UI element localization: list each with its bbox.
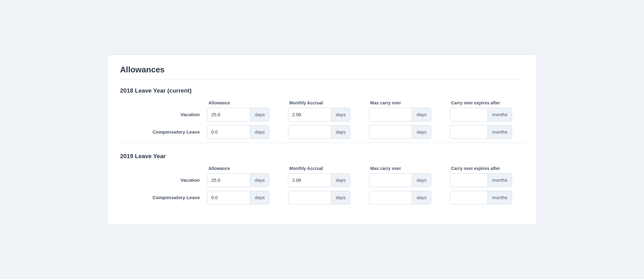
section-2018: 2018 Leave Year (current)AllowanceMonthl… xyxy=(120,87,524,143)
allowance-input-2019-1[interactable] xyxy=(208,192,250,203)
col-header-3: Max carry over xyxy=(369,166,450,171)
allowance-unit-2018-1: days xyxy=(250,126,269,139)
col-header-2: Monthly Accrual xyxy=(288,100,369,105)
section-title-2018: 2018 Leave Year (current) xyxy=(120,87,524,94)
allowances-card: Allowances 2018 Leave Year (current)Allo… xyxy=(107,55,537,225)
accrual-input-2018-1[interactable] xyxy=(288,127,331,137)
field-group-accrual-input-2019-0: days xyxy=(288,173,350,187)
expires-unit-2019-0: months xyxy=(488,174,512,187)
field-group-allowance-input-2019-0: days xyxy=(207,173,269,187)
allowance-cell-2018-0: days xyxy=(207,108,288,121)
field-group-accrual-input-2018-0: days xyxy=(288,108,350,121)
row-label-2019-0: Vacation xyxy=(120,177,207,183)
expires-unit-2019-1: months xyxy=(488,191,512,204)
accrual-input-2019-1[interactable] xyxy=(288,192,331,203)
allowance-unit-2019-0: days xyxy=(250,174,269,187)
expires-cell-2019-1: months xyxy=(450,191,531,204)
field-group-expires-input-2018-0: months xyxy=(450,108,512,121)
col-header-0 xyxy=(120,166,207,171)
expires-input-2019-1[interactable] xyxy=(450,192,488,203)
expires-cell-2019-0: months xyxy=(450,173,531,187)
max-carry-cell-2018-1: days xyxy=(369,125,450,139)
field-group-max-carry-input-2019-1: days xyxy=(369,191,431,204)
allowance-unit-2018-0: days xyxy=(250,108,269,121)
allowance-cell-2018-1: days xyxy=(207,125,288,139)
col-header-2: Monthly Accrual xyxy=(288,166,369,171)
field-group-allowance-input-2018-0: days xyxy=(207,108,269,121)
expires-cell-2018-1: months xyxy=(450,125,531,139)
max-carry-cell-2019-1: days xyxy=(369,191,450,204)
col-header-1: Allowance xyxy=(207,100,288,105)
allowance-input-2018-1[interactable] xyxy=(208,127,250,137)
col-header-0 xyxy=(120,100,207,105)
grid-header-2019: AllowanceMonthly AccrualMax carry overCa… xyxy=(120,166,524,171)
field-group-expires-input-2019-1: months xyxy=(450,191,512,204)
sections-container: 2018 Leave Year (current)AllowanceMonthl… xyxy=(120,87,524,204)
accrual-unit-2018-0: days xyxy=(331,108,350,121)
col-header-1: Allowance xyxy=(207,166,288,171)
accrual-unit-2019-0: days xyxy=(331,174,350,187)
max-carry-input-2019-0[interactable] xyxy=(369,175,412,185)
max-carry-cell-2019-0: days xyxy=(369,173,450,187)
page-title: Allowances xyxy=(120,65,524,75)
field-group-allowance-input-2018-1: days xyxy=(207,125,269,139)
max-carry-input-2018-1[interactable] xyxy=(369,127,412,137)
col-header-3: Max carry over xyxy=(369,100,450,105)
accrual-input-2019-0[interactable] xyxy=(288,175,331,185)
accrual-cell-2019-0: days xyxy=(288,173,369,187)
grid-header-2018: AllowanceMonthly AccrualMax carry overCa… xyxy=(120,100,524,105)
col-header-4: Carry over expires after xyxy=(450,100,531,105)
allowance-input-2019-0[interactable] xyxy=(208,175,250,185)
grid-row-2018-0: Vacationdaysdaysdaysmonths xyxy=(120,108,524,121)
section-title-2019: 2019 Leave Year xyxy=(120,153,524,160)
max-carry-cell-2018-0: days xyxy=(369,108,450,121)
allowance-cell-2019-0: days xyxy=(207,173,288,187)
expires-input-2019-0[interactable] xyxy=(450,175,488,185)
field-group-expires-input-2019-0: months xyxy=(450,173,512,187)
max-carry-unit-2018-0: days xyxy=(412,108,431,121)
grid-row-2019-0: Vacationdaysdaysdaysmonths xyxy=(120,173,524,187)
grid-row-2019-1: Compensatory Leavedaysdaysdaysmonths xyxy=(120,191,524,204)
field-group-accrual-input-2018-1: days xyxy=(288,125,350,139)
row-label-2018-0: Vacation xyxy=(120,112,207,117)
title-divider xyxy=(120,80,524,80)
allowance-unit-2019-1: days xyxy=(250,191,269,204)
max-carry-input-2019-1[interactable] xyxy=(369,192,412,203)
field-group-expires-input-2018-1: months xyxy=(450,125,512,139)
max-carry-unit-2018-1: days xyxy=(412,126,431,139)
expires-cell-2018-0: months xyxy=(450,108,531,121)
accrual-cell-2018-0: days xyxy=(288,108,369,121)
allowance-cell-2019-1: days xyxy=(207,191,288,204)
field-group-accrual-input-2019-1: days xyxy=(288,191,350,204)
row-label-2018-1: Compensatory Leave xyxy=(120,129,207,135)
expires-input-2018-1[interactable] xyxy=(450,127,488,137)
field-group-max-carry-input-2019-0: days xyxy=(369,173,431,187)
expires-unit-2018-0: months xyxy=(488,108,512,121)
accrual-cell-2019-1: days xyxy=(288,191,369,204)
section-2019: 2019 Leave YearAllowanceMonthly AccrualM… xyxy=(120,153,524,204)
accrual-unit-2019-1: days xyxy=(331,191,350,204)
section-divider xyxy=(120,143,524,143)
allowance-input-2018-0[interactable] xyxy=(208,109,250,120)
max-carry-input-2018-0[interactable] xyxy=(369,109,412,120)
max-carry-unit-2019-1: days xyxy=(412,191,431,204)
max-carry-unit-2019-0: days xyxy=(412,174,431,187)
grid-row-2018-1: Compensatory Leavedaysdaysdaysmonths xyxy=(120,125,524,139)
accrual-cell-2018-1: days xyxy=(288,125,369,139)
field-group-max-carry-input-2018-0: days xyxy=(369,108,431,121)
row-label-2019-1: Compensatory Leave xyxy=(120,195,207,200)
accrual-unit-2018-1: days xyxy=(331,126,350,139)
expires-unit-2018-1: months xyxy=(488,126,512,139)
field-group-allowance-input-2019-1: days xyxy=(207,191,269,204)
field-group-max-carry-input-2018-1: days xyxy=(369,125,431,139)
accrual-input-2018-0[interactable] xyxy=(288,109,331,120)
expires-input-2018-0[interactable] xyxy=(450,109,488,120)
col-header-4: Carry over expires after xyxy=(450,166,531,171)
